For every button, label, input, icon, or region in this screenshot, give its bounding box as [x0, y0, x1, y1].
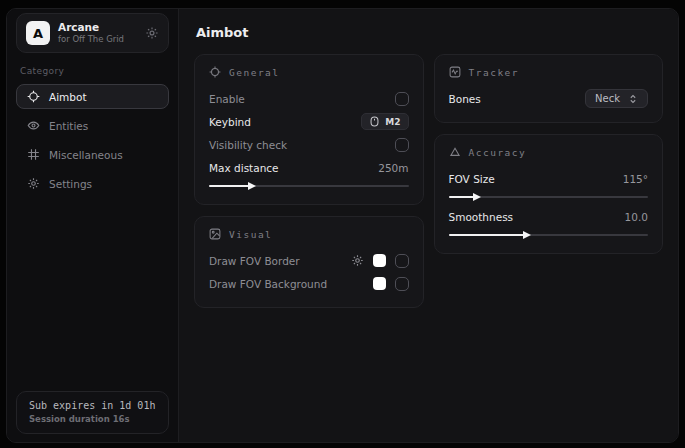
fov-border-color-swatch[interactable] — [373, 254, 386, 267]
smoothness-slider[interactable] — [449, 231, 649, 239]
sidebar-item-settings[interactable]: Settings — [16, 171, 169, 196]
angle-icon — [449, 146, 461, 158]
crosshair-icon — [27, 90, 40, 103]
expand-icon — [628, 94, 638, 104]
card-title: Accuracy — [469, 147, 527, 158]
max-distance-slider[interactable] — [209, 182, 409, 190]
max-distance-label: Max distance — [209, 162, 279, 174]
visibility-check-row: Visibility check — [209, 133, 409, 156]
slider-fill — [209, 185, 249, 187]
crosshair-icon — [209, 66, 221, 78]
keybind-row: Keybind M2 — [209, 110, 409, 133]
max-distance-value: 250m — [378, 162, 408, 174]
activity-icon — [449, 66, 461, 78]
slider-fill — [449, 234, 525, 236]
main-panel: Aimbot General — [179, 9, 678, 442]
app-window: A Arcane for Off The Grid Category Aimbo — [6, 8, 679, 443]
eye-icon — [27, 119, 40, 132]
general-card: General Enable Keybind — [194, 54, 424, 205]
bones-selected-value: Neck — [595, 93, 620, 104]
visual-card: Visual Draw FOV Border — [194, 216, 424, 308]
category-label: Category — [20, 66, 165, 76]
smoothness-row: Smoothness 10.0 — [449, 205, 649, 228]
sub-expiry-text: Sub expires in 1d 01h — [29, 400, 156, 411]
image-icon — [209, 228, 221, 240]
fov-background-row: Draw FOV Background — [209, 272, 409, 295]
brand-subtitle: for Off The Grid — [58, 34, 137, 45]
visibility-check-label: Visibility check — [209, 139, 287, 151]
fov-border-checkbox[interactable] — [395, 254, 409, 268]
mouse-icon — [369, 116, 380, 127]
keybind-value: M2 — [385, 117, 400, 127]
brand-name: Arcane — [58, 21, 137, 34]
smoothness-value: 10.0 — [625, 211, 648, 223]
enable-label: Enable — [209, 93, 245, 105]
slider-fill — [449, 196, 475, 198]
card-title: Visual — [229, 229, 272, 240]
fov-border-row: Draw FOV Border — [209, 249, 409, 272]
fov-size-label: FOV Size — [449, 173, 495, 185]
gear-icon[interactable] — [145, 26, 159, 40]
fov-size-slider[interactable] — [449, 193, 649, 201]
sidebar-item-entities[interactable]: Entities — [16, 113, 169, 138]
fov-background-label: Draw FOV Background — [209, 278, 327, 290]
tracker-card: Tracker Bones Neck — [434, 54, 664, 123]
smoothness-label: Smoothness — [449, 211, 514, 223]
max-distance-row: Max distance 250m — [209, 156, 409, 179]
sidebar-item-label: Entities — [49, 120, 88, 132]
bones-row: Bones Neck — [449, 87, 649, 110]
subscription-status-card: Sub expires in 1d 01h Session duration 1… — [16, 391, 169, 434]
page-title: Aimbot — [196, 25, 663, 40]
fov-border-label: Draw FOV Border — [209, 255, 300, 267]
fov-background-color-swatch[interactable] — [373, 277, 386, 290]
bones-select[interactable]: Neck — [585, 89, 648, 108]
app-frame: A Arcane for Off The Grid Category Aimbo — [0, 0, 685, 448]
sidebar: A Arcane for Off The Grid Category Aimbo — [7, 9, 179, 442]
fov-size-row: FOV Size 115° — [449, 167, 649, 190]
session-duration-text: Session duration 16s — [29, 414, 156, 424]
fov-background-checkbox[interactable] — [395, 277, 409, 291]
visibility-check-checkbox[interactable] — [395, 138, 409, 152]
sidebar-item-miscellaneous[interactable]: Miscellaneous — [16, 142, 169, 167]
enable-checkbox[interactable] — [395, 92, 409, 106]
keybind-button[interactable]: M2 — [361, 113, 408, 130]
sidebar-item-aimbot[interactable]: Aimbot — [16, 84, 169, 109]
gear-icon — [27, 177, 40, 190]
brand-logo: A — [26, 21, 50, 45]
grid-icon — [27, 148, 40, 161]
fov-size-value: 115° — [623, 173, 648, 185]
bones-label: Bones — [449, 93, 481, 105]
sidebar-item-label: Miscellaneous — [49, 149, 123, 161]
brand-card: A Arcane for Off The Grid — [16, 13, 169, 53]
keybind-label: Keybind — [209, 116, 251, 128]
accuracy-card: Accuracy FOV Size 115° Smoothness 10.0 — [434, 134, 664, 254]
card-title: General — [229, 67, 280, 78]
sidebar-item-label: Settings — [49, 178, 92, 190]
enable-row: Enable — [209, 87, 409, 110]
gear-icon[interactable] — [351, 254, 364, 267]
card-title: Tracker — [469, 67, 520, 78]
sidebar-item-label: Aimbot — [49, 91, 87, 103]
